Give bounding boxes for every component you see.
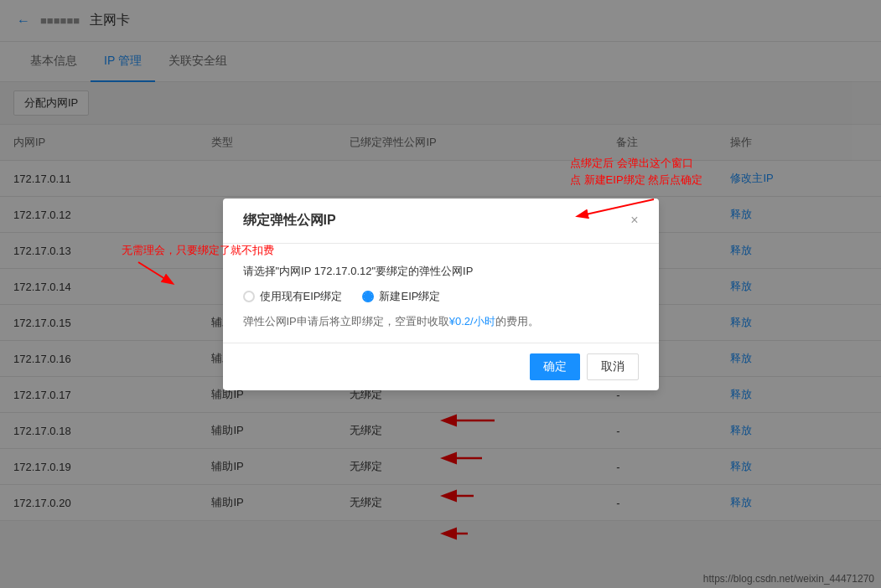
modal-title: 绑定弹性公网IP	[243, 212, 336, 230]
radio-group: 使用现有EIP绑定 新建EIP绑定	[243, 289, 639, 304]
annotation-arrow-2	[122, 258, 189, 291]
radio-circle-existing	[243, 291, 255, 302]
modal-footer: 确定 取消	[223, 343, 659, 390]
modal-body: 请选择"内网IP 172.17.0.12"要绑定的弹性公网IP 使用现有EIP绑…	[223, 244, 659, 343]
modal: 绑定弹性公网IP × 请选择"内网IP 172.17.0.12"要绑定的弹性公网…	[223, 199, 659, 390]
radio-use-existing[interactable]: 使用现有EIP绑定	[243, 289, 343, 304]
radio-label-existing: 使用现有EIP绑定	[260, 289, 343, 304]
confirm-button[interactable]: 确定	[530, 353, 580, 380]
cancel-button[interactable]: 取消	[587, 353, 639, 380]
page: ← ■■■■■■ 主网卡 基本信息 IP 管理 关联安全组 分配内网IP 内网I…	[0, 0, 881, 588]
radio-new-eip[interactable]: 新建EIP绑定	[362, 289, 440, 304]
modal-header: 绑定弹性公网IP ×	[223, 199, 659, 244]
annotation-text-1: 点绑定后 会弹出这个窗口点 新建EIP绑定 然后点确定	[570, 155, 702, 188]
modal-overlay: 绑定弹性公网IP × 请选择"内网IP 172.17.0.12"要绑定的弹性公网…	[0, 0, 881, 588]
radio-circle-new	[362, 291, 374, 302]
modal-note: 弹性公网IP申请后将立即绑定，空置时收取¥0.2/小时的费用。	[243, 314, 639, 329]
modal-description: 请选择"内网IP 172.17.0.12"要绑定的弹性公网IP	[243, 264, 639, 279]
modal-price: ¥0.2/小时	[449, 315, 495, 328]
radio-label-new: 新建EIP绑定	[379, 289, 440, 304]
svg-line-1	[138, 262, 172, 283]
modal-close-button[interactable]: ×	[630, 213, 638, 228]
